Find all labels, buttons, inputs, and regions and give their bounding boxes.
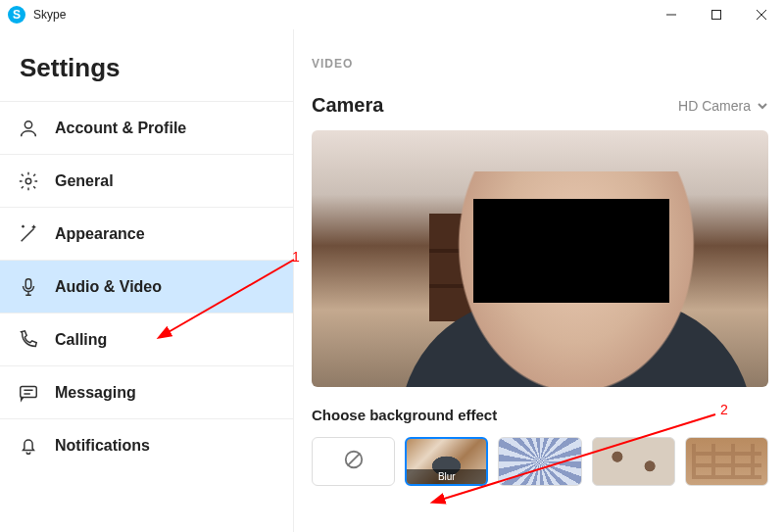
sidebar-item-calling[interactable]: Calling [0,313,293,365]
minimize-button[interactable] [649,0,694,29]
sidebar-item-audio-video[interactable]: Audio & Video [0,260,293,313]
effect-none[interactable] [312,437,395,486]
window-titlebar: S Skype [0,0,784,29]
svg-line-9 [347,454,360,466]
sidebar-item-notifications[interactable]: Notifications [0,418,293,471]
sidebar-item-appearance[interactable]: Appearance [0,207,293,260]
settings-main-panel: VIDEO Camera HD Camera Choose background… [294,29,784,532]
effect-background-3[interactable] [685,437,768,486]
maximize-button[interactable] [694,0,739,29]
effect-background-1[interactable] [498,437,581,486]
svg-rect-6 [25,278,31,288]
settings-sidebar: Settings Account & Profile General Appea… [0,29,294,532]
chevron-down-icon [757,100,768,112]
sidebar-item-label: Appearance [55,225,145,243]
effect-blur[interactable]: Blur [405,437,488,486]
settings-heading: Settings [0,29,293,101]
camera-select-dropdown[interactable]: HD Camera [678,98,768,114]
skype-logo-icon: S [8,6,25,24]
camera-heading: Camera [312,94,383,117]
effect-blur-label: Blur [407,469,486,484]
svg-rect-1 [712,11,721,20]
gear-icon [18,170,39,192]
microphone-icon [18,276,39,298]
none-icon [343,449,365,474]
message-icon [18,382,39,404]
svg-point-5 [25,178,31,184]
sidebar-item-messaging[interactable]: Messaging [0,365,293,418]
sidebar-item-label: Account & Profile [55,120,186,137]
phone-icon [18,329,39,351]
effect-background-2[interactable] [592,437,675,486]
sidebar-item-label: Messaging [55,384,136,402]
wand-icon [18,223,39,245]
sidebar-item-label: Calling [55,331,107,349]
close-button[interactable] [739,0,784,29]
bell-icon [18,435,39,457]
sidebar-item-label: Notifications [55,437,150,455]
camera-preview [312,130,768,387]
sidebar-item-general[interactable]: General [0,154,293,207]
background-effect-heading: Choose background effect [312,407,768,423]
sidebar-item-label: General [55,172,114,190]
person-icon [18,118,39,139]
face-redaction-box [473,199,669,303]
sidebar-item-label: Audio & Video [55,278,162,296]
svg-point-4 [24,121,31,127]
app-title: Skype [33,8,66,22]
svg-rect-7 [21,386,37,397]
sidebar-item-account-profile[interactable]: Account & Profile [0,101,293,154]
section-label-video: VIDEO [312,57,768,71]
camera-selected-value: HD Camera [678,98,751,114]
background-effect-list: Blur [312,437,768,486]
